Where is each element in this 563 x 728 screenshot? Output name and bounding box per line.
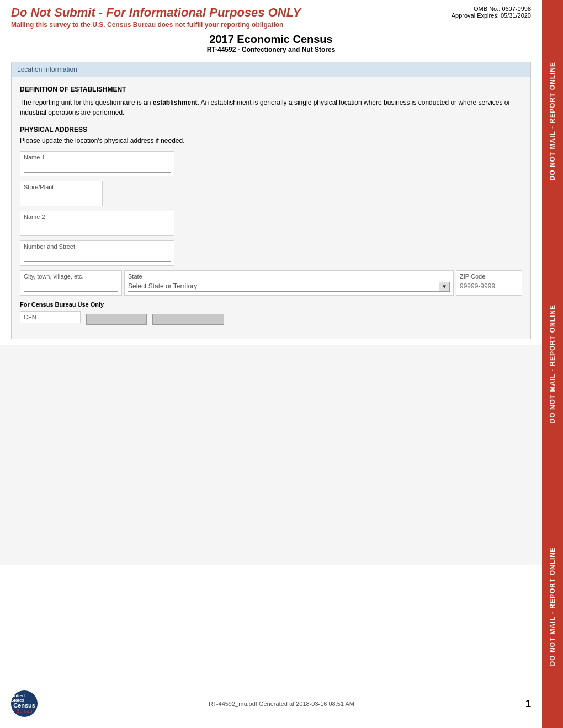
footer-filename: RT-44592_mu.pdf Generated at 2018-03-16 …	[38, 700, 525, 707]
form-container: Location Information DEFINITION OF ESTAB…	[11, 62, 531, 339]
footer-page-number: 1	[525, 698, 531, 710]
omb-block: OMB No.: 0607-0998 Approval Expires: 05/…	[452, 6, 531, 19]
cfn-field-box: CFN	[20, 311, 81, 323]
section-header: Location Information	[12, 62, 530, 77]
header-top-row: Do Not Submit - For Informational Purpos…	[11, 6, 531, 29]
page-footer: United States Census Bureau RT-44592_mu.…	[0, 690, 542, 717]
state-select[interactable]: Select State or Territory Alabama Alaska…	[128, 281, 437, 291]
address-fields: Name 1 Store/Plant Nam	[20, 151, 522, 328]
state-label: State	[128, 273, 450, 280]
select-arrow-icon: ▼	[439, 282, 450, 291]
zip-input[interactable]	[460, 281, 518, 291]
name2-input[interactable]	[24, 222, 171, 232]
physical-address-title: PHYSICAL ADDRESS	[20, 126, 522, 133]
definition-text: The reporting unit for this questionnair…	[20, 98, 522, 117]
number-street-row: Number and Street	[20, 240, 522, 266]
do-not-submit-title: Do Not Submit - For Informational Purpos…	[11, 6, 301, 29]
side-banner-text-2: Do Not Mail - Report Online	[549, 304, 556, 423]
store-plant-row: Store/Plant	[20, 181, 522, 206]
logo-us-text: United States	[11, 694, 38, 703]
main-content: Do Not Submit - For Informational Purpos…	[0, 0, 542, 565]
name1-input[interactable]	[24, 162, 171, 173]
city-field-box: City, town, village, etc.	[20, 270, 122, 296]
page-header: Do Not Submit - For Informational Purpos…	[0, 0, 542, 56]
state-select-wrapper: Select State or Territory Alabama Alaska…	[128, 281, 450, 292]
number-street-field-box: Number and Street	[20, 240, 174, 266]
census-subtitle: RT-44592 - Confectionery and Nut Stores	[11, 46, 531, 53]
census-bureau-use-title: For Census Bureau Use Only	[20, 301, 522, 308]
definition-bold: establishment	[153, 99, 198, 106]
definition-text-1: The reporting unit for this questionnair…	[20, 99, 153, 106]
census-bureau-use-block: For Census Bureau Use Only CFN	[20, 301, 522, 328]
cfn-row: CFN	[20, 311, 522, 328]
name1-field-box: Name 1	[20, 151, 174, 176]
side-banner: Do Not Mail - Report Online Do Not Mail …	[542, 0, 563, 728]
empty-space	[0, 345, 542, 565]
name2-row: Name 2	[20, 211, 522, 236]
census-title: 2017 Economic Census	[11, 33, 531, 46]
number-street-input[interactable]	[24, 251, 171, 262]
name1-row: Name 1	[20, 151, 522, 176]
city-input[interactable]	[24, 281, 118, 292]
census-logo: United States Census Bureau	[11, 690, 38, 717]
physical-address-block: PHYSICAL ADDRESS Please update the locat…	[20, 126, 522, 328]
name2-field-box: Name 2	[20, 211, 174, 236]
store-plant-field-box: Store/Plant	[20, 181, 103, 206]
census-title-block: 2017 Economic Census RT-44592 - Confecti…	[11, 33, 531, 53]
side-banner-text-3: Do Not Mail - Report Online	[549, 547, 556, 666]
zip-field-box: ZIP Code	[456, 270, 522, 296]
cfn-input-2[interactable]	[152, 314, 224, 325]
name1-label: Name 1	[24, 154, 171, 160]
cfn-label: CFN	[24, 314, 77, 320]
cfn-input-1[interactable]	[86, 314, 147, 325]
side-banner-text-1: Do Not Mail - Report Online	[549, 62, 556, 180]
name2-label: Name 2	[24, 213, 171, 220]
omb-number: OMB No.: 0607-0998	[452, 6, 531, 12]
zip-label: ZIP Code	[460, 273, 518, 280]
section-title: Location Information	[17, 66, 77, 73]
definition-block: DEFINITION OF ESTABLISHMENT The reportin…	[20, 85, 522, 117]
mailing-warning-text: Mailing this survey to the U.S. Census B…	[11, 21, 301, 29]
address-instruction: Please update the location's physical ad…	[20, 137, 522, 144]
store-plant-label: Store/Plant	[24, 184, 99, 190]
logo-circle: United States Census Bureau	[11, 690, 38, 717]
city-label: City, town, village, etc.	[24, 273, 118, 280]
store-plant-input[interactable]	[24, 192, 99, 202]
state-field-box: State Select State or Territory Alabama …	[124, 270, 454, 296]
city-state-zip-row: City, town, village, etc. State Select S…	[20, 270, 522, 296]
logo-bureau-text: Bureau	[16, 709, 32, 714]
section-body: DEFINITION OF ESTABLISHMENT The reportin…	[12, 77, 530, 339]
approval-expires: Approval Expires: 05/31/2020	[452, 12, 531, 19]
definition-title: DEFINITION OF ESTABLISHMENT	[20, 85, 522, 93]
number-street-label: Number and Street	[24, 243, 171, 250]
do-not-submit-text: Do Not Submit - For Informational Purpos…	[11, 6, 301, 20]
